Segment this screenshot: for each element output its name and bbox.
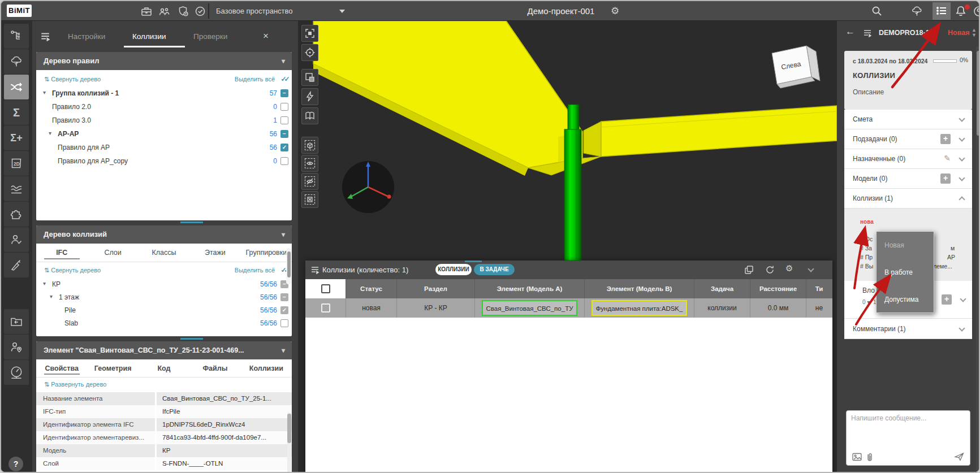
collapse-section-icon[interactable]: ▾ xyxy=(282,341,285,359)
collisions-pill-button[interactable]: КОЛЛИЗИИ xyxy=(435,264,472,275)
rule-node[interactable]: Правило для АР_copy 0 xyxy=(36,155,292,168)
chevron-down-icon[interactable] xyxy=(960,296,966,302)
bimit-logo[interactable]: BiMiT xyxy=(7,5,32,17)
table-menu-icon[interactable] xyxy=(310,265,320,274)
status-option-allowed[interactable]: Допустима xyxy=(877,286,934,313)
axis-gizmo[interactable] xyxy=(342,161,394,213)
attach-image-icon[interactable] xyxy=(852,453,862,461)
shield-icon[interactable] xyxy=(177,5,189,18)
select-all-link[interactable]: Выделить всё xyxy=(235,267,275,274)
section-estimate[interactable]: Смета xyxy=(844,110,972,129)
checkbox-checked[interactable]: ✓ xyxy=(280,144,288,151)
collision-node[interactable]: Pile 56/56 ✓ xyxy=(36,304,292,317)
task-status-badge[interactable]: Новая xyxy=(948,29,969,37)
tab-settings[interactable]: Настройки xyxy=(68,21,105,52)
briefcase-icon[interactable] xyxy=(140,5,153,18)
table-row[interactable]: новая КР - КР Свая_Винтовая_СВС_по_ТУ Фу… xyxy=(305,298,832,318)
section-comments[interactable]: Комментарии (1) xyxy=(844,319,972,339)
select-all-cell[interactable] xyxy=(305,279,346,298)
tab-groups[interactable]: Группировки xyxy=(241,244,292,262)
collapse-tree-link[interactable]: ⇅ Свернуть дерево xyxy=(44,267,101,274)
task-panel-scrollbar[interactable] xyxy=(976,46,980,470)
copy-icon[interactable] xyxy=(744,265,754,275)
project-settings-gear-icon[interactable]: ⚙ xyxy=(611,1,619,21)
gauge-icon[interactable] xyxy=(4,360,29,385)
chevron-down-icon[interactable] xyxy=(959,325,965,331)
message-input[interactable] xyxy=(851,414,964,448)
tab-collisions-el[interactable]: Коллизии xyxy=(241,359,292,377)
clipped-user-icon[interactable] xyxy=(973,5,980,18)
expander-icon[interactable]: ▾ xyxy=(43,280,46,287)
section-subtasks[interactable]: Подзадачи (0) + xyxy=(844,129,972,149)
focus-target-button[interactable] xyxy=(301,44,318,61)
close-icon[interactable]: × xyxy=(263,31,269,42)
isolate-box-button[interactable] xyxy=(301,137,318,154)
show-selected-button[interactable] xyxy=(301,155,318,172)
expander-icon[interactable]: ▾ xyxy=(49,130,51,136)
user-check-icon[interactable] xyxy=(4,227,29,252)
check-circle-icon[interactable] xyxy=(194,5,206,18)
splitter-handle[interactable] xyxy=(180,222,203,223)
tab-layers[interactable]: Слои xyxy=(87,244,138,262)
beam-yellow-right[interactable] xyxy=(601,106,837,157)
task-description-label[interactable]: Описание xyxy=(853,88,884,96)
section-plane-button[interactable] xyxy=(301,69,318,86)
status-option-new[interactable]: Новая xyxy=(877,232,934,259)
element-header[interactable]: Элемент "Свая_Винтовая_СВС_по_ТУ_25-11-2… xyxy=(36,341,292,359)
header-checkbox[interactable] xyxy=(321,284,330,293)
tab-files[interactable]: Файлы xyxy=(189,359,240,377)
chevron-down-icon[interactable] xyxy=(959,115,965,121)
attach-file-icon[interactable] xyxy=(866,452,874,462)
add-attachment-button[interactable]: + xyxy=(942,294,952,305)
refresh-icon[interactable] xyxy=(765,265,775,275)
user-location-icon[interactable] xyxy=(4,335,29,359)
project-tree-icon[interactable] xyxy=(910,5,923,18)
section-book-button[interactable] xyxy=(301,107,318,124)
cell-element-b[interactable]: Фундаментная плита:ADSK_ xyxy=(585,298,694,318)
nav-cube[interactable]: Слева xyxy=(772,46,820,88)
add-model-button[interactable]: + xyxy=(940,173,951,184)
send-icon[interactable] xyxy=(954,452,964,461)
checkbox-empty[interactable] xyxy=(280,157,288,165)
expander-icon[interactable]: ▾ xyxy=(50,293,53,300)
collision-tree-header[interactable]: Дерево коллизий ▾ xyxy=(36,225,292,244)
edit-pencil-icon[interactable]: ✎ xyxy=(944,154,951,163)
task-menu-icon[interactable] xyxy=(863,28,872,37)
sigma-icon[interactable]: Σ xyxy=(4,100,29,125)
collapse-table-icon[interactable] xyxy=(808,266,814,272)
col-status[interactable]: Статус xyxy=(346,279,397,298)
back-arrow-icon[interactable]: ← xyxy=(845,26,855,37)
collapse-tree-link[interactable]: ⇅ Свернуть дерево xyxy=(44,76,101,83)
col-distance[interactable]: Расстояние xyxy=(750,279,806,298)
section-assignees[interactable]: Назначенные (0) ✎ xyxy=(844,149,972,169)
collapse-section-icon[interactable]: ▾ xyxy=(282,225,285,244)
collapse-section-icon[interactable]: ▾ xyxy=(282,52,285,70)
panel-scrollbar[interactable] xyxy=(286,248,291,284)
trowel-icon[interactable] xyxy=(4,253,29,277)
in-task-pill-button[interactable]: В ЗАДАЧЕ xyxy=(474,264,515,275)
splitter-handle[interactable] xyxy=(180,338,203,340)
collision-node[interactable]: ▾ 1 этаж 56/56 − xyxy=(36,291,292,304)
props-scrollbar[interactable] xyxy=(287,413,291,473)
plugins-puzzle-icon[interactable] xyxy=(4,202,29,227)
status-option-in-progress[interactable]: В работе xyxy=(877,259,934,286)
panel-menu-icon[interactable] xyxy=(40,31,50,41)
tab-classes[interactable]: Классы xyxy=(139,244,189,262)
sigma-plus-icon[interactable]: Σ+ xyxy=(4,125,29,150)
chevron-down-icon[interactable] xyxy=(959,135,965,141)
col-element-a[interactable]: Элемент (Модель А) xyxy=(475,279,585,298)
sort-arrows-icon[interactable]: ▲▼ xyxy=(972,28,977,38)
section-models[interactable]: Модели (0) + xyxy=(844,169,972,189)
rule-node[interactable]: Правило 2.0 0 xyxy=(36,101,292,114)
checkbox-indeterminate[interactable]: − xyxy=(280,89,288,97)
lightning-button[interactable] xyxy=(301,88,318,105)
expander-icon[interactable]: ▾ xyxy=(43,89,46,96)
column-green-top[interactable] xyxy=(568,105,579,131)
help-button[interactable]: ? xyxy=(8,457,23,471)
checkbox-empty[interactable] xyxy=(280,116,288,124)
folder-share-icon[interactable] xyxy=(4,309,29,334)
chevron-down-icon[interactable] xyxy=(959,155,965,161)
tab-code[interactable]: Код xyxy=(139,359,189,377)
rules-tree-header[interactable]: Дерево правил ▾ xyxy=(36,52,292,70)
checkbox-checked[interactable]: ✓ xyxy=(280,306,288,314)
